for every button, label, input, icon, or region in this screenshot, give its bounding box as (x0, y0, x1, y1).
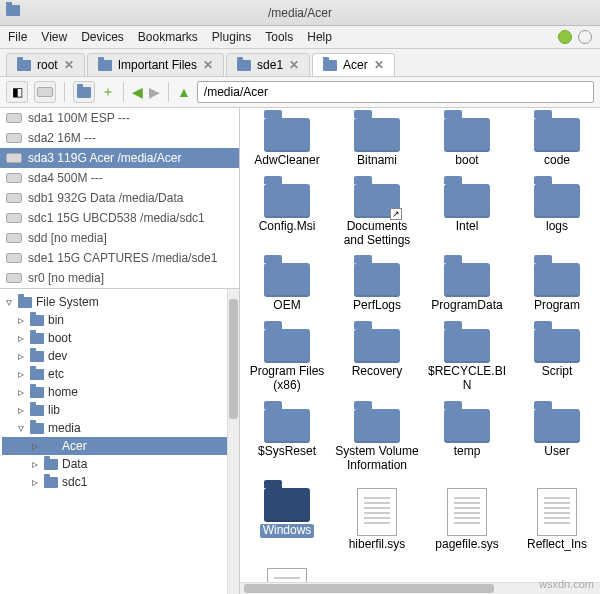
tab-acer[interactable]: Acer✕ (312, 53, 395, 76)
folder-programdata[interactable]: ProgramData (424, 263, 510, 313)
folder-temp[interactable]: temp (424, 409, 510, 473)
tab-label: Acer (343, 58, 368, 72)
folder-windows[interactable]: Windows (244, 488, 330, 552)
folder-icon (534, 409, 580, 443)
side-panel-button[interactable]: ◧ (6, 81, 28, 103)
folder-program[interactable]: Program (514, 263, 600, 313)
close-icon[interactable]: ✕ (374, 58, 384, 72)
device-label: sdd [no media] (28, 231, 107, 245)
tab-root[interactable]: root✕ (6, 53, 85, 76)
folder-system-volume-information[interactable]: System Volume Information (334, 409, 420, 473)
tree-node-etc[interactable]: ▹etc (2, 365, 237, 383)
tree-node-bin[interactable]: ▹bin (2, 311, 237, 329)
device-row[interactable]: sr0 [no media] (0, 268, 239, 288)
folder-perflogs[interactable]: PerfLogs (334, 263, 420, 313)
device-row[interactable]: sdd [no media] (0, 228, 239, 248)
folder--sysreset[interactable]: $SysReset (244, 409, 330, 473)
folder-boot[interactable]: boot (424, 118, 510, 168)
drive-icon (6, 213, 22, 223)
folder-program-files-x86-[interactable]: Program Files (x86) (244, 329, 330, 393)
tree-scrollbar[interactable] (227, 289, 239, 594)
tree-node-media[interactable]: ▿media (2, 419, 237, 437)
new-folder-button[interactable] (73, 81, 95, 103)
expand-icon[interactable]: ▿ (4, 295, 14, 309)
menu-bookmarks[interactable]: Bookmarks (138, 30, 198, 44)
folder-intel[interactable]: Intel (424, 184, 510, 248)
folder-icon (264, 329, 310, 363)
back-button[interactable]: ◀ (132, 84, 143, 100)
item-label: code (544, 154, 570, 168)
folder-adwcleaner[interactable]: AdwCleaner (244, 118, 330, 168)
folder-user[interactable]: User (514, 409, 600, 473)
device-row[interactable]: sdc1 15G UBCD538 /media/sdc1 (0, 208, 239, 228)
folder-icon (444, 329, 490, 363)
item-label: hiberfil.sys (349, 538, 406, 552)
drive-button[interactable] (34, 81, 56, 103)
device-label: sda4 500M --- (28, 171, 103, 185)
address-bar[interactable] (197, 81, 594, 103)
folder-bitnami[interactable]: Bitnami (334, 118, 420, 168)
expand-icon[interactable]: ▹ (16, 349, 26, 363)
menu-plugins[interactable]: Plugins (212, 30, 251, 44)
tree-node-data[interactable]: ▹Data (2, 455, 237, 473)
tree-node-dev[interactable]: ▹dev (2, 347, 237, 365)
folder-icon (30, 423, 44, 434)
folder-icon (44, 459, 58, 470)
device-row[interactable]: sda1 100M ESP --- (0, 108, 239, 128)
menu-devices[interactable]: Devices (81, 30, 124, 44)
tree-node-boot[interactable]: ▹boot (2, 329, 237, 347)
folder-oem[interactable]: OEM (244, 263, 330, 313)
tree-node-lib[interactable]: ▹lib (2, 401, 237, 419)
forward-button[interactable]: ▶ (149, 84, 160, 100)
status-dot-green[interactable] (558, 30, 572, 44)
up-button[interactable]: ▲ (177, 84, 191, 100)
close-icon[interactable]: ✕ (289, 58, 299, 72)
tree-label: bin (48, 313, 64, 327)
device-row[interactable]: sda3 119G Acer /media/Acer (0, 148, 239, 168)
expand-icon[interactable]: ▹ (16, 313, 26, 327)
device-row[interactable]: sdb1 932G Data /media/Data (0, 188, 239, 208)
menu-help[interactable]: Help (307, 30, 332, 44)
device-row[interactable]: sda4 500M --- (0, 168, 239, 188)
expand-icon[interactable]: ▹ (16, 331, 26, 345)
expand-icon[interactable]: ▹ (30, 457, 40, 471)
tab-important-files[interactable]: Important Files✕ (87, 53, 224, 76)
menu-tools[interactable]: Tools (265, 30, 293, 44)
tree-node-sdc1[interactable]: ▹sdc1 (2, 473, 237, 491)
titlebar: /media/Acer (0, 0, 600, 26)
tree-label: Data (62, 457, 87, 471)
menu-file[interactable]: File (8, 30, 27, 44)
tree-node-file-system[interactable]: ▿File System (2, 293, 237, 311)
expand-icon[interactable]: ▿ (16, 421, 26, 435)
expand-icon[interactable]: ▹ (16, 403, 26, 417)
folder--recycle-bin[interactable]: $RECYCLE.BIN (424, 329, 510, 393)
device-row[interactable]: sde1 15G CAPTURES /media/sde1 (0, 248, 239, 268)
file-pagefile-sys[interactable]: pagefile.sys (424, 488, 510, 552)
folder-script[interactable]: Script (514, 329, 600, 393)
tree-node-acer[interactable]: ▹Acer (2, 437, 237, 455)
item-label: PerfLogs (353, 299, 401, 313)
expand-icon[interactable]: ▹ (16, 367, 26, 381)
file-hiberfil-sys[interactable]: hiberfil.sys (334, 488, 420, 552)
folder-documents-and-settings[interactable]: ↗Documents and Settings (334, 184, 420, 248)
expand-icon[interactable]: ▹ (30, 439, 40, 453)
tree-node-home[interactable]: ▹home (2, 383, 237, 401)
expand-icon[interactable]: ▹ (16, 385, 26, 399)
close-icon[interactable]: ✕ (64, 58, 74, 72)
item-label: pagefile.sys (435, 538, 498, 552)
folder-code[interactable]: code (514, 118, 600, 168)
expand-icon[interactable]: ▹ (30, 475, 40, 489)
folder-icon (444, 118, 490, 152)
close-icon[interactable]: ✕ (203, 58, 213, 72)
file-reflect-ins[interactable]: Reflect_Ins (514, 488, 600, 552)
status-dot-grey[interactable] (578, 30, 592, 44)
folder-logs[interactable]: logs (514, 184, 600, 248)
device-row[interactable]: sda2 16M --- (0, 128, 239, 148)
add-icon[interactable]: ＋ (101, 83, 115, 101)
tab-sde1[interactable]: sde1✕ (226, 53, 310, 76)
folder-recovery[interactable]: Recovery (334, 329, 420, 393)
drive-icon (6, 133, 22, 143)
folder-config-msi[interactable]: Config.Msi (244, 184, 330, 248)
menu-view[interactable]: View (41, 30, 67, 44)
toolbar: ◧ ＋ ◀ ▶ ▲ (0, 77, 600, 108)
